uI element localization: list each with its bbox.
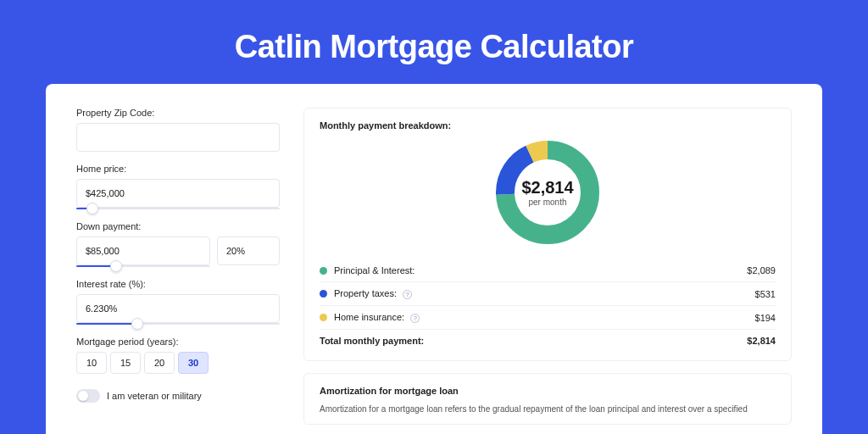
rate-group: Interest rate (%): [76,279,280,325]
veteran-toggle[interactable] [76,389,100,403]
period-label: Mortgage period (years): [76,337,280,347]
breakdown-row-tax: Property taxes: ? $531 [320,281,776,305]
breakdown-total-label: Total monthly payment: [320,336,747,346]
breakdown-title: Monthly payment breakdown: [320,120,776,131]
breakdown-label-tax: Property taxes: ? [334,288,755,299]
down-amount-input[interactable] [76,236,210,265]
rate-slider-fill [76,323,137,325]
breakdown-label-ins-text: Home insurance: [334,312,404,322]
info-icon[interactable]: ? [403,290,412,299]
rate-slider-thumb[interactable] [131,318,143,330]
info-icon[interactable]: ? [410,314,420,323]
period-20-button[interactable]: 20 [144,352,175,374]
amortization-panel: Amortization for mortgage loan Amortizat… [303,373,792,425]
breakdown-row-total: Total monthly payment: $2,814 [320,329,776,352]
results-column: Monthly payment breakdown: $2,814 per mo… [303,108,792,434]
down-group: Down payment: [76,221,280,267]
breakdown-val-principal: $2,089 [747,265,776,275]
breakdown-val-ins: $194 [755,313,776,323]
price-slider[interactable] [76,208,280,209]
veteran-label: I am veteran or military [107,391,202,401]
period-30-button[interactable]: 30 [178,352,209,374]
price-label: Home price: [76,164,280,174]
dot-tax [320,290,327,298]
donut-sub: per month [528,198,566,207]
period-10-button[interactable]: 10 [76,352,107,374]
dot-ins [320,314,327,321]
rate-input[interactable] [76,294,280,323]
zip-label: Property Zip Code: [76,108,280,118]
down-slider-thumb[interactable] [110,260,122,272]
donut-center: $2,814 per month [492,137,603,248]
price-group: Home price: [76,164,280,209]
amort-title: Amortization for mortgage loan [320,386,776,396]
breakdown-panel: Monthly payment breakdown: $2,814 per mo… [303,108,792,361]
zip-group: Property Zip Code: [76,108,280,152]
breakdown-row-principal: Principal & Interest: $2,089 [320,259,776,281]
breakdown-label-tax-text: Property taxes: [334,288,397,298]
veteran-row: I am veteran or military [76,389,280,403]
donut-chart: $2,814 per month [492,137,603,248]
dot-principal [320,267,327,275]
breakdown-val-tax: $531 [755,289,776,299]
price-input[interactable] [76,179,280,208]
price-slider-thumb[interactable] [86,203,98,214]
rate-label: Interest rate (%): [76,279,280,289]
period-15-button[interactable]: 15 [110,352,141,374]
page-title: Catlin Mortgage Calculator [46,0,822,84]
hero: Catlin Mortgage Calculator Property Zip … [46,0,822,434]
zip-input[interactable] [76,123,280,152]
breakdown-total-val: $2,814 [747,336,776,346]
donut-value: $2,814 [521,178,573,198]
breakdown-row-ins: Home insurance: ? $194 [320,305,776,329]
breakdown-label-ins: Home insurance: ? [334,312,755,323]
down-label: Down payment: [76,221,280,231]
donut-wrap: $2,814 per month [320,137,776,248]
amort-text: Amortization for a mortgage loan refers … [320,403,776,415]
down-pct-input[interactable] [217,236,280,265]
down-slider[interactable] [76,265,210,267]
veteran-toggle-knob [78,391,88,401]
rate-slider[interactable] [76,323,280,325]
form-column: Property Zip Code: Home price: Down paym… [76,108,280,434]
breakdown-label-principal: Principal & Interest: [334,265,747,275]
period-group: Mortgage period (years): 10 15 20 30 [76,337,280,374]
calculator-card: Property Zip Code: Home price: Down paym… [46,84,822,434]
period-buttons: 10 15 20 30 [76,352,280,374]
